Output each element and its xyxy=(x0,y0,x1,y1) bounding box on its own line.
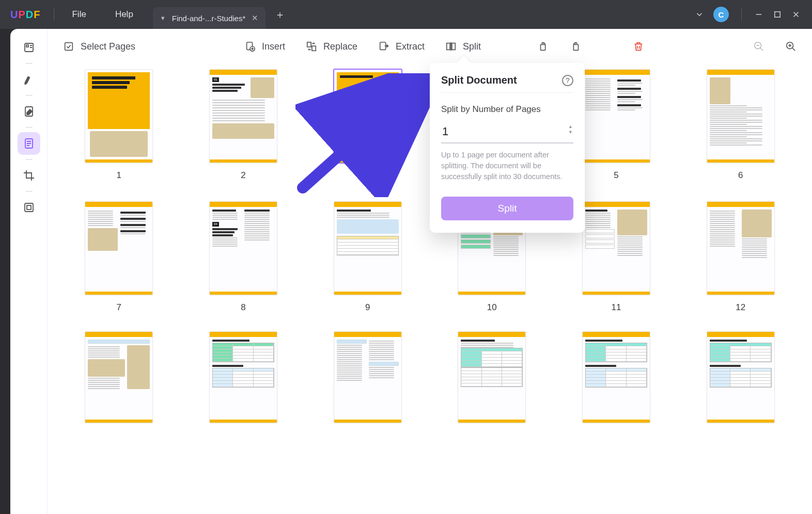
svg-rect-15 xyxy=(541,44,545,50)
split-confirm-button[interactable]: Split xyxy=(441,197,573,220)
insert-button[interactable]: Insert xyxy=(244,41,285,52)
page-thumbnail[interactable] xyxy=(209,331,277,423)
svg-rect-7 xyxy=(65,43,73,51)
chevron-down-icon[interactable] xyxy=(695,10,704,19)
svg-rect-14 xyxy=(452,43,455,50)
insert-label: Insert xyxy=(262,41,285,52)
menu-file[interactable]: File xyxy=(57,9,100,20)
page-number: 11 xyxy=(612,302,621,313)
page-number: 8 xyxy=(241,302,245,313)
page-thumbnail[interactable]: 04 xyxy=(209,201,277,295)
divider xyxy=(54,8,54,21)
rotate-right-button[interactable] xyxy=(570,41,581,52)
page-number: 3 xyxy=(360,170,375,183)
tab-close-icon[interactable]: ✕ xyxy=(252,13,258,23)
divider xyxy=(741,8,742,21)
split-label: Split xyxy=(463,41,481,52)
page-number: 6 xyxy=(738,170,743,181)
page-thumbnail[interactable] xyxy=(85,201,153,295)
tab-label: Find-and-...r-Studies* xyxy=(172,14,246,23)
popover-label: Split by Number of Pages xyxy=(441,104,573,115)
new-tab-button[interactable]: ＋ xyxy=(275,8,285,22)
sidebar-ocr-icon[interactable] xyxy=(18,196,40,219)
page-thumbnail[interactable] xyxy=(582,201,650,295)
svg-rect-13 xyxy=(447,43,450,50)
popover-help-text: Up to 1 page per document after splittin… xyxy=(441,150,573,182)
menu-help[interactable]: Help xyxy=(101,9,148,20)
tab-dropdown-icon[interactable]: ▼ xyxy=(160,15,166,21)
document-tab[interactable]: ▼ Find-and-...r-Studies* ✕ xyxy=(153,7,266,29)
help-icon[interactable]: ? xyxy=(562,75,573,86)
svg-rect-2 xyxy=(26,45,28,47)
svg-rect-11 xyxy=(312,46,316,51)
titlebar: UPDF File Help ▼ Find-and-...r-Studies* … xyxy=(0,0,812,29)
page-thumbnail[interactable] xyxy=(334,69,402,163)
delete-button[interactable] xyxy=(633,41,644,52)
page-thumbnail[interactable] xyxy=(334,201,402,295)
extract-label: Extract xyxy=(396,41,425,52)
rotate-left-button[interactable] xyxy=(538,41,549,52)
page-thumbnail[interactable] xyxy=(85,331,153,423)
page-thumbnail[interactable] xyxy=(582,69,650,163)
split-popover: Split Document ? Split by Number of Page… xyxy=(430,63,585,233)
sidebar-edit-icon[interactable] xyxy=(18,100,40,123)
svg-rect-0 xyxy=(775,12,780,18)
sidebar-highlight-icon[interactable] xyxy=(18,68,40,91)
page-number: 2 xyxy=(241,170,245,181)
page-toolbar: Select Pages Insert Replace Extract Spli… xyxy=(48,29,812,64)
window-minimize[interactable] xyxy=(754,10,763,19)
page-number: 1 xyxy=(117,170,121,181)
replace-button[interactable]: Replace xyxy=(306,41,357,52)
svg-rect-5 xyxy=(25,203,33,212)
window-close[interactable] xyxy=(791,10,801,19)
sidebar-crop-icon[interactable] xyxy=(18,164,40,187)
page-thumbnail[interactable] xyxy=(707,69,775,163)
page-thumbnail[interactable] xyxy=(334,331,402,423)
spinner-down-icon[interactable]: ▼ xyxy=(568,130,573,135)
zoom-out-button[interactable] xyxy=(753,41,764,52)
svg-rect-16 xyxy=(573,44,578,50)
app-logo: UPDF xyxy=(10,9,40,21)
page-number: 9 xyxy=(365,302,370,313)
split-button[interactable]: Split xyxy=(445,41,481,52)
page-thumbnail[interactable] xyxy=(582,331,650,423)
user-avatar[interactable]: C xyxy=(713,7,729,22)
select-pages-button[interactable]: Select Pages xyxy=(63,41,135,52)
sidebar-pages-icon[interactable] xyxy=(18,132,40,155)
extract-button[interactable]: Extract xyxy=(378,41,425,52)
page-number: 7 xyxy=(117,302,121,313)
page-number: 5 xyxy=(614,170,618,181)
popover-title: Split Document xyxy=(441,74,517,86)
page-thumbnail[interactable] xyxy=(707,201,775,295)
window-maximize[interactable] xyxy=(773,10,782,19)
page-number: 12 xyxy=(736,302,745,313)
replace-label: Replace xyxy=(323,41,357,52)
workspace: Select Pages Insert Replace Extract Spli… xyxy=(10,29,812,514)
page-thumbnail[interactable] xyxy=(707,331,775,423)
page-thumbnail[interactable] xyxy=(458,331,526,423)
select-pages-label: Select Pages xyxy=(81,41,135,52)
page-thumbnail[interactable] xyxy=(85,69,153,163)
sidebar-thumbnails-icon[interactable] xyxy=(18,36,40,59)
svg-rect-6 xyxy=(27,205,31,210)
spinner-up-icon[interactable]: ▲ xyxy=(568,124,573,130)
pages-per-doc-input[interactable] xyxy=(441,122,573,143)
left-sidebar xyxy=(10,29,48,514)
svg-rect-10 xyxy=(307,42,311,47)
page-number: 10 xyxy=(487,302,497,313)
zoom-in-button[interactable] xyxy=(785,41,797,52)
page-thumbnail[interactable]: 01 xyxy=(209,69,277,163)
